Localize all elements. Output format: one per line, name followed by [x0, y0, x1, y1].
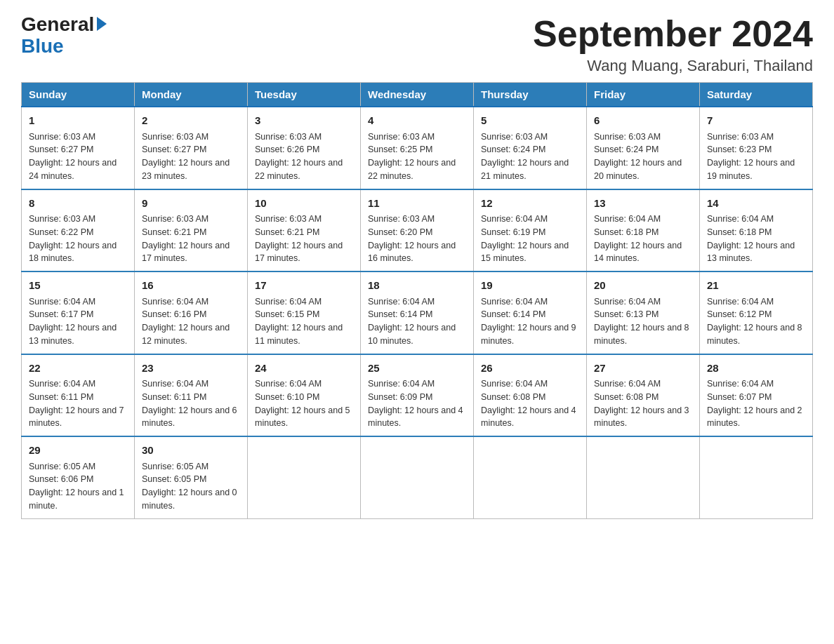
sunrise: Sunrise: 6:03 AM — [481, 132, 548, 142]
title-area: September 2024 Wang Muang, Saraburi, Tha… — [533, 14, 813, 75]
sunset: Sunset: 6:24 PM — [594, 145, 658, 154]
calendar-cell: 12Sunrise: 6:04 AMSunset: 6:19 PMDayligh… — [474, 189, 587, 272]
calendar-cell: 24Sunrise: 6:04 AMSunset: 6:10 PMDayligh… — [248, 354, 361, 437]
daylight: Daylight: 12 hours and 19 minutes. — [707, 158, 795, 181]
sunrise: Sunrise: 6:03 AM — [255, 132, 322, 142]
sunset: Sunset: 6:18 PM — [707, 227, 772, 237]
calendar-cell: 2Sunrise: 6:03 AMSunset: 6:27 PMDaylight… — [135, 107, 248, 189]
day-number: 22 — [29, 361, 127, 377]
day-number: 28 — [707, 361, 805, 377]
day-info: Sunrise: 6:03 AMSunset: 6:21 PMDaylight:… — [255, 213, 353, 265]
calendar-cell: 27Sunrise: 6:04 AMSunset: 6:08 PMDayligh… — [587, 354, 700, 437]
sunrise: Sunrise: 6:05 AM — [29, 462, 95, 471]
calendar-cell: 1Sunrise: 6:03 AMSunset: 6:27 PMDaylight… — [22, 107, 135, 189]
sunset: Sunset: 6:27 PM — [142, 145, 206, 154]
day-number: 8 — [29, 196, 127, 212]
calendar-cell — [361, 436, 474, 518]
day-number: 30 — [142, 443, 240, 459]
calendar-header-row: Sunday Monday Tuesday Wednesday Thursday… — [22, 83, 813, 107]
calendar-cell: 28Sunrise: 6:04 AMSunset: 6:07 PMDayligh… — [700, 354, 813, 437]
sunrise: Sunrise: 6:04 AM — [142, 297, 208, 307]
sunset: Sunset: 6:14 PM — [481, 309, 545, 319]
daylight: Daylight: 12 hours and 11 minutes. — [255, 323, 343, 346]
sunset: Sunset: 6:09 PM — [368, 392, 432, 402]
day-number: 10 — [255, 196, 353, 212]
day-number: 29 — [29, 443, 127, 459]
calendar-cell: 15Sunrise: 6:04 AMSunset: 6:17 PMDayligh… — [22, 271, 135, 354]
daylight: Daylight: 12 hours and 15 minutes. — [481, 241, 569, 264]
daylight: Daylight: 12 hours and 10 minutes. — [368, 323, 456, 346]
day-info: Sunrise: 6:04 AMSunset: 6:07 PMDaylight:… — [707, 377, 805, 430]
daylight: Daylight: 12 hours and 18 minutes. — [29, 241, 117, 264]
day-number: 24 — [255, 361, 353, 377]
sunset: Sunset: 6:05 PM — [142, 474, 206, 484]
day-info: Sunrise: 6:04 AMSunset: 6:14 PMDaylight:… — [481, 295, 579, 348]
calendar-week-row-4: 22Sunrise: 6:04 AMSunset: 6:11 PMDayligh… — [22, 354, 813, 437]
calendar-cell: 25Sunrise: 6:04 AMSunset: 6:09 PMDayligh… — [361, 354, 474, 437]
sunrise: Sunrise: 6:04 AM — [29, 379, 95, 389]
calendar-cell: 8Sunrise: 6:03 AMSunset: 6:22 PMDaylight… — [22, 189, 135, 272]
day-number: 4 — [368, 113, 466, 129]
day-info: Sunrise: 6:04 AMSunset: 6:08 PMDaylight:… — [481, 377, 579, 430]
sunset: Sunset: 6:10 PM — [255, 392, 319, 402]
daylight: Daylight: 12 hours and 4 minutes. — [481, 405, 576, 429]
day-info: Sunrise: 6:03 AMSunset: 6:27 PMDaylight:… — [29, 130, 127, 183]
calendar-cell: 17Sunrise: 6:04 AMSunset: 6:15 PMDayligh… — [248, 271, 361, 354]
sunset: Sunset: 6:23 PM — [707, 145, 772, 154]
sunset: Sunset: 6:13 PM — [594, 309, 658, 319]
calendar-cell: 6Sunrise: 6:03 AMSunset: 6:24 PMDaylight… — [587, 107, 700, 189]
daylight: Daylight: 12 hours and 17 minutes. — [255, 241, 343, 264]
day-info: Sunrise: 6:03 AMSunset: 6:22 PMDaylight:… — [29, 213, 127, 265]
location-title: Wang Muang, Saraburi, Thailand — [533, 57, 813, 75]
sunrise: Sunrise: 6:04 AM — [481, 297, 548, 307]
calendar-cell: 23Sunrise: 6:04 AMSunset: 6:11 PMDayligh… — [135, 354, 248, 437]
day-number: 23 — [142, 361, 240, 377]
sunset: Sunset: 6:07 PM — [707, 392, 772, 402]
sunrise: Sunrise: 6:04 AM — [707, 297, 774, 307]
calendar-cell: 7Sunrise: 6:03 AMSunset: 6:23 PMDaylight… — [700, 107, 813, 189]
sunset: Sunset: 6:15 PM — [255, 309, 319, 319]
sunset: Sunset: 6:11 PM — [29, 392, 93, 402]
day-info: Sunrise: 6:03 AMSunset: 6:25 PMDaylight:… — [368, 130, 466, 183]
header-thursday: Thursday — [474, 83, 587, 107]
sunset: Sunset: 6:18 PM — [594, 227, 658, 237]
day-number: 5 — [481, 113, 579, 129]
day-info: Sunrise: 6:04 AMSunset: 6:17 PMDaylight:… — [29, 295, 127, 348]
day-info: Sunrise: 6:03 AMSunset: 6:24 PMDaylight:… — [594, 130, 692, 183]
calendar-cell: 14Sunrise: 6:04 AMSunset: 6:18 PMDayligh… — [700, 189, 813, 272]
day-info: Sunrise: 6:03 AMSunset: 6:24 PMDaylight:… — [481, 130, 579, 183]
day-info: Sunrise: 6:04 AMSunset: 6:16 PMDaylight:… — [142, 295, 240, 348]
daylight: Daylight: 12 hours and 24 minutes. — [29, 158, 117, 181]
day-info: Sunrise: 6:04 AMSunset: 6:11 PMDaylight:… — [142, 377, 240, 430]
day-number: 25 — [368, 361, 466, 377]
calendar-week-row-1: 1Sunrise: 6:03 AMSunset: 6:27 PMDaylight… — [22, 107, 813, 189]
day-number: 15 — [29, 278, 127, 294]
daylight: Daylight: 12 hours and 13 minutes. — [29, 323, 117, 346]
sunrise: Sunrise: 6:04 AM — [707, 214, 774, 224]
day-number: 1 — [29, 113, 127, 129]
sunset: Sunset: 6:26 PM — [255, 145, 319, 154]
calendar-cell: 21Sunrise: 6:04 AMSunset: 6:12 PMDayligh… — [700, 271, 813, 354]
daylight: Daylight: 12 hours and 20 minutes. — [594, 158, 682, 181]
sunset: Sunset: 6:27 PM — [29, 145, 93, 154]
calendar-cell: 4Sunrise: 6:03 AMSunset: 6:25 PMDaylight… — [361, 107, 474, 189]
calendar-cell: 22Sunrise: 6:04 AMSunset: 6:11 PMDayligh… — [22, 354, 135, 437]
day-info: Sunrise: 6:04 AMSunset: 6:09 PMDaylight:… — [368, 377, 466, 430]
calendar-week-row-5: 29Sunrise: 6:05 AMSunset: 6:06 PMDayligh… — [22, 436, 813, 518]
day-info: Sunrise: 6:03 AMSunset: 6:26 PMDaylight:… — [255, 130, 353, 183]
sunset: Sunset: 6:21 PM — [255, 227, 319, 237]
daylight: Daylight: 12 hours and 17 minutes. — [142, 241, 230, 264]
calendar-table: Sunday Monday Tuesday Wednesday Thursday… — [21, 82, 813, 519]
header-tuesday: Tuesday — [248, 83, 361, 107]
day-number: 21 — [707, 278, 805, 294]
day-info: Sunrise: 6:04 AMSunset: 6:19 PMDaylight:… — [481, 213, 579, 265]
day-number: 9 — [142, 196, 240, 212]
calendar-week-row-3: 15Sunrise: 6:04 AMSunset: 6:17 PMDayligh… — [22, 271, 813, 354]
day-info: Sunrise: 6:04 AMSunset: 6:14 PMDaylight:… — [368, 295, 466, 348]
sunset: Sunset: 6:12 PM — [707, 309, 772, 319]
sunrise: Sunrise: 6:04 AM — [594, 297, 661, 307]
daylight: Daylight: 12 hours and 22 minutes. — [368, 158, 456, 181]
day-info: Sunrise: 6:03 AMSunset: 6:27 PMDaylight:… — [142, 130, 240, 183]
logo-triangle-icon — [97, 17, 107, 31]
daylight: Daylight: 12 hours and 12 minutes. — [142, 323, 230, 346]
